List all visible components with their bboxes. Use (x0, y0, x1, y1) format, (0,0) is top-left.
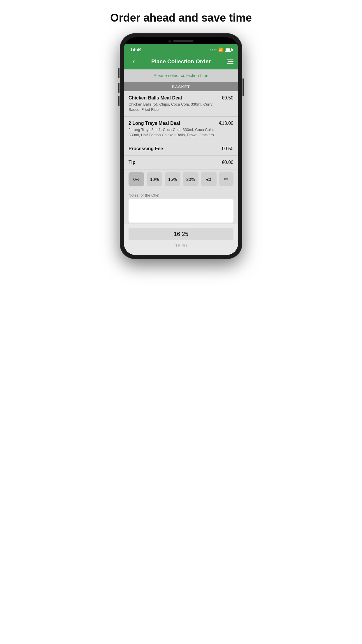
item-description: 2 Long Trays 3 in 1, Coca Cola, 330ml, C… (129, 127, 216, 138)
tip-btn-15[interactable]: 15% (165, 172, 180, 186)
tip-edit-button[interactable]: ✏ (219, 172, 233, 186)
phone-frame: 14:49 📶 ‹ Place Collection Order (120, 33, 242, 259)
order-item[interactable]: Chicken Balls Meal Deal Chicken Balls (5… (124, 91, 238, 117)
tip-value: €0.00 (222, 160, 233, 165)
signal-dot (212, 49, 213, 50)
time-picker: 16:25 16:30 (124, 224, 238, 255)
speaker-bar (173, 40, 194, 42)
menu-line-1 (227, 60, 233, 60)
order-items-list: Chicken Balls Meal Deal Chicken Balls (5… (124, 91, 238, 142)
page-headline: Order ahead and save time (101, 12, 261, 24)
status-icons: 📶 (210, 48, 232, 52)
item-description: Chicken Balls (5), Chips, Coca Cola, 330… (129, 102, 219, 112)
tip-label: Tip (129, 160, 136, 165)
tip-btn-custom[interactable]: €0 (201, 172, 217, 186)
battery-fill (226, 48, 230, 51)
nav-bar: ‹ Place Collection Order (124, 55, 238, 69)
basket-label: BASKET (172, 85, 190, 89)
item-name: Chicken Balls Meal Deal (129, 95, 219, 101)
wifi-icon: 📶 (218, 48, 223, 52)
item-info: Chicken Balls Meal Deal Chicken Balls (5… (129, 95, 219, 112)
menu-line-2 (228, 61, 233, 62)
notch-area (124, 37, 238, 44)
tip-btn-20[interactable]: 20% (183, 172, 198, 186)
time-option-next[interactable]: 16:30 (129, 240, 233, 251)
processing-fee-value: €0.50 (222, 146, 233, 151)
camera-dot (168, 40, 171, 43)
notes-label: Notes for the Chef (129, 193, 233, 197)
menu-button[interactable] (223, 60, 233, 64)
collection-time-text: Please select collection time (154, 73, 208, 78)
tip-buttons-row: 0% 10% 15% 20% €0 ✏ (124, 169, 238, 190)
item-price: €9.50 (222, 95, 233, 101)
time-option-selected[interactable]: 16:25 (129, 228, 233, 240)
signal-dots (210, 49, 217, 50)
signal-dot (215, 49, 217, 50)
item-info: 2 Long Trays Meal Deal 2 Long Trays 3 in… (129, 121, 216, 138)
tip-btn-10[interactable]: 10% (147, 172, 162, 186)
order-item[interactable]: 2 Long Trays Meal Deal 2 Long Trays 3 in… (124, 117, 238, 142)
tip-btn-0[interactable]: 0% (129, 172, 144, 186)
basket-header: BASKET (124, 82, 238, 91)
processing-fee-row: Processing Fee €0.50 (124, 142, 238, 156)
signal-dot (214, 49, 215, 50)
battery-icon (225, 48, 232, 52)
collection-time-bar[interactable]: Please select collection time (124, 69, 238, 82)
nav-title: Place Collection Order (139, 58, 223, 65)
item-price: €13.00 (219, 121, 233, 126)
notes-section: Notes for the Chef (124, 190, 238, 224)
notes-textarea[interactable] (129, 199, 233, 223)
item-name: 2 Long Trays Meal Deal (129, 121, 216, 126)
status-bar: 14:49 📶 (124, 44, 238, 55)
status-time: 14:49 (130, 47, 141, 52)
signal-dot (210, 49, 211, 50)
processing-fee-label: Processing Fee (129, 146, 163, 151)
phone-screen: 14:49 📶 ‹ Place Collection Order (124, 37, 238, 255)
menu-line-3 (227, 63, 233, 64)
screen-content: Please select collection time BASKET Chi… (124, 69, 238, 255)
tip-row: Tip €0.00 (124, 156, 238, 169)
back-button[interactable]: ‹ (129, 58, 139, 65)
